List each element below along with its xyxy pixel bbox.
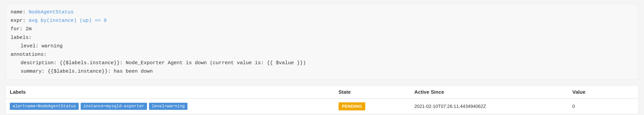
expr-key: expr:: [10, 18, 26, 23]
active-since-value: 2021-02-10T07:26:11.443494062Z: [414, 104, 486, 109]
for-value: 2m: [26, 26, 32, 32]
header-state: State: [335, 86, 410, 99]
code-line-annotations: annotations:: [10, 50, 634, 59]
name-key: name:: [10, 9, 26, 15]
label-badge-level: level=warning: [149, 103, 188, 110]
name-value: NodeAgentStatus: [29, 9, 74, 15]
description-key: description:: [20, 60, 56, 66]
code-line-for: for: 2m: [10, 25, 634, 33]
alerts-table-wrapper: Labels State Active Since Value alertnam…: [6, 85, 638, 114]
summary-value: {{$labels.instance}}: has been down: [48, 68, 153, 74]
alerts-table: Labels State Active Since Value alertnam…: [6, 86, 638, 114]
cell-value: 0: [568, 99, 638, 114]
labels-key: labels:: [10, 35, 32, 40]
table-row: alertname=NodeAgentStatus instance=mysql…: [6, 99, 638, 114]
code-block: name: NodeAgentStatus expr: avg by(insta…: [6, 4, 638, 80]
labels-container: alertname=NodeAgentStatus instance=mysql…: [10, 103, 331, 110]
level-key: level:: [20, 43, 39, 49]
code-line-level: level: warning: [10, 42, 634, 50]
header-value: Value: [568, 86, 638, 99]
for-key: for:: [10, 26, 22, 32]
summary-key: summary:: [20, 68, 45, 74]
description-value: {{$labels.instance}}: Node_Exporter Agen…: [60, 60, 306, 66]
code-line-description: description: {{$labels.instance}}: Node_…: [10, 59, 634, 67]
level-value: warning: [42, 43, 62, 49]
cell-active-since: 2021-02-10T07:26:11.443494062Z: [410, 99, 568, 114]
header-labels: Labels: [6, 86, 335, 99]
annotations-key: annotations:: [10, 52, 46, 57]
value-number: 0: [572, 104, 575, 109]
main-container: name: NodeAgentStatus expr: avg by(insta…: [0, 0, 644, 115]
table-header-row: Labels State Active Since Value: [6, 86, 638, 99]
label-badge-alertname: alertname=NodeAgentStatus: [10, 103, 79, 110]
header-active-since: Active Since: [410, 86, 568, 99]
code-line-summary: summary: {{$labels.instance}}: has been …: [10, 67, 634, 75]
code-line-expr: expr: avg by(instance) (up) == 0: [10, 16, 634, 25]
cell-labels: alertname=NodeAgentStatus instance=mysql…: [6, 99, 335, 114]
state-badge: PENDING: [338, 102, 366, 111]
cell-state: PENDING: [335, 99, 410, 114]
code-line-labels: labels:: [10, 33, 634, 42]
code-line-name: name: NodeAgentStatus: [10, 8, 634, 16]
expr-value: avg by(instance) (up) == 0: [29, 18, 107, 23]
label-badge-instance: instance=mysqld-exporter: [81, 103, 147, 110]
